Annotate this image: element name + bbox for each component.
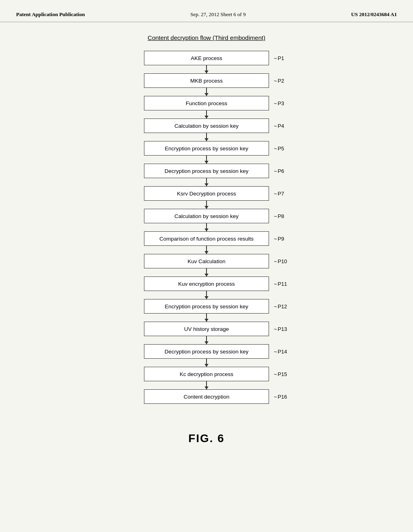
- flow-box-p5: Encryption process by session key: [144, 141, 269, 156]
- flow-box-p6: Decryption process by session key: [144, 164, 269, 178]
- arrow-down: [206, 223, 207, 231]
- flow-box-p7: Ksrv Decryption process: [144, 186, 269, 201]
- flow-marker-p7: P7: [274, 191, 284, 197]
- arrow-down: [206, 314, 207, 322]
- flow-marker-p11: P11: [274, 281, 287, 287]
- flow-marker-p12: P12: [274, 303, 287, 310]
- flow-step-p15: Kc decryption processP15: [144, 367, 269, 381]
- flow-marker-p16: P16: [274, 394, 287, 400]
- arrow-down: [206, 359, 207, 367]
- flow-step-p4: Calculation by session keyP4: [144, 118, 269, 133]
- flow-step-p6: Decryption process by session keyP6: [144, 164, 269, 178]
- flow-box-p9: Comparison of function process results: [144, 231, 269, 246]
- flow-step-p5: Encryption process by session keyP5: [144, 141, 269, 156]
- arrow-down: [206, 381, 207, 389]
- flow-step-p10: Kuv CalculationP10: [144, 254, 269, 268]
- arrow-down: [206, 336, 207, 344]
- page-header: Patent Application Publication Sep. 27, …: [0, 0, 413, 22]
- arrow-down: [206, 88, 207, 96]
- diagram-title: Content decryption flow (Third embodimen…: [148, 34, 265, 41]
- flow-marker-p3: P3: [274, 100, 284, 106]
- flow-box-p1: AKE process: [144, 51, 269, 65]
- flow-box-p11: Kuv encryption process: [144, 276, 269, 291]
- flow-box-p12: Encryption process by session key: [144, 299, 269, 314]
- flow-marker-p8: P8: [274, 213, 284, 219]
- flow-marker-p10: P10: [274, 258, 287, 264]
- flow-step-p12: Encryption process by session keyP12: [144, 299, 269, 314]
- flow-box-p16: Content decryption: [144, 389, 269, 404]
- flowchart: AKE processP1MKB processP2Function proce…: [144, 51, 269, 404]
- header-left: Patent Application Publication: [16, 11, 85, 18]
- flow-marker-p5: P5: [274, 145, 284, 152]
- arrow-down: [206, 268, 207, 276]
- header-center: Sep. 27, 2012 Sheet 6 of 9: [190, 11, 246, 18]
- flow-marker-p6: P6: [274, 168, 284, 174]
- flow-box-p8: Calculation by session key: [144, 209, 269, 223]
- flow-step-p2: MKB processP2: [144, 73, 269, 88]
- flow-step-p16: Content decryptionP16: [144, 389, 269, 404]
- flow-marker-p4: P4: [274, 123, 284, 129]
- arrow-down: [206, 201, 207, 209]
- flow-step-p7: Ksrv Decryption processP7: [144, 186, 269, 201]
- flow-marker-p13: P13: [274, 326, 287, 332]
- arrow-down: [206, 110, 207, 118]
- flow-marker-p9: P9: [274, 236, 284, 242]
- flow-step-p3: Function processP3: [144, 96, 269, 110]
- flow-box-p15: Kc decryption process: [144, 367, 269, 381]
- flow-box-p13: UV history storage: [144, 322, 269, 336]
- arrow-down: [206, 65, 207, 73]
- flow-box-p3: Function process: [144, 96, 269, 110]
- flow-box-p10: Kuv Calculation: [144, 254, 269, 268]
- arrow-down: [206, 291, 207, 299]
- flow-step-p14: Decryption process by session keyP14: [144, 344, 269, 359]
- diagram-container: Content decryption flow (Third embodimen…: [0, 22, 413, 420]
- flow-marker-p14: P14: [274, 349, 287, 355]
- flow-box-p4: Calculation by session key: [144, 118, 269, 133]
- figure-label: FIG. 6: [0, 432, 413, 445]
- flow-step-p1: AKE processP1: [144, 51, 269, 65]
- flow-step-p8: Calculation by session keyP8: [144, 209, 269, 223]
- arrow-down: [206, 156, 207, 164]
- flow-box-p2: MKB process: [144, 73, 269, 88]
- flow-step-p13: UV history storageP13: [144, 322, 269, 336]
- arrow-down: [206, 133, 207, 141]
- flow-step-p11: Kuv encryption processP11: [144, 276, 269, 291]
- flow-marker-p2: P2: [274, 78, 284, 84]
- flow-step-p9: Comparison of function process resultsP9: [144, 231, 269, 246]
- flow-marker-p15: P15: [274, 371, 287, 377]
- arrow-down: [206, 246, 207, 254]
- flow-marker-p1: P1: [274, 55, 284, 61]
- arrow-down: [206, 178, 207, 186]
- header-right: US 2012/0243684 A1: [351, 11, 397, 18]
- flow-box-p14: Decryption process by session key: [144, 344, 269, 359]
